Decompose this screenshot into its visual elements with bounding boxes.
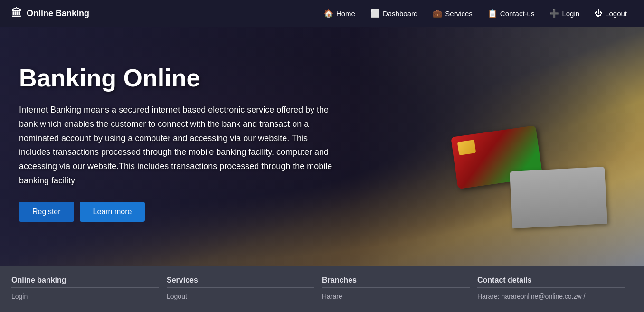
footer-col-title-0: Online banking: [11, 276, 159, 288]
footer-col-title-1: Services: [167, 276, 314, 288]
nav-label-dashboard: Dashboard: [383, 9, 417, 18]
footer-col-0: Online bankingLogin: [11, 276, 167, 308]
nav-label-contact: Contact-us: [500, 9, 535, 18]
nav-label-login: Login: [562, 9, 579, 18]
nav-item-dashboard[interactable]: ⬜Dashboard: [365, 6, 423, 21]
footer-col-3: Contact detailsHarare: harareonline@onli…: [477, 276, 633, 308]
nav-label-logout: Logout: [605, 9, 627, 18]
footer-col-1: ServicesLogout: [167, 276, 322, 308]
hero-title: Banking Online: [19, 65, 332, 92]
hero-buttons: Register Learn more: [19, 202, 332, 222]
nav-item-contact[interactable]: 📋Contact-us: [482, 6, 540, 21]
laptop-decoration: [510, 167, 607, 228]
footer: Online bankingLoginServicesLogoutBranche…: [0, 266, 644, 312]
navbar-nav: 🏠Home⬜Dashboard💼Services📋Contact-us➕Logi…: [318, 6, 633, 21]
footer-col-item-2-0[interactable]: Harare: [322, 293, 470, 300]
logout-icon: ⏻: [595, 9, 602, 18]
navbar-brand[interactable]: 🏛 Online Banking: [11, 7, 89, 19]
footer-col-item-1-0[interactable]: Logout: [167, 293, 314, 300]
footer-grid: Online bankingLoginServicesLogoutBranche…: [0, 276, 644, 308]
hero-content: Banking Online Internet Banking means a …: [9, 55, 342, 231]
hero-section: Banking Online Internet Banking means a …: [0, 27, 644, 266]
brand-name: Online Banking: [27, 9, 89, 19]
hero-description: Internet Banking means a secured interne…: [19, 103, 332, 188]
bank-icon: 🏛: [11, 7, 22, 19]
home-icon: 🏠: [324, 9, 333, 18]
navbar: 🏛 Online Banking 🏠Home⬜Dashboard💼Service…: [0, 0, 644, 27]
register-button[interactable]: Register: [19, 202, 74, 222]
footer-col-title-2: Branches: [322, 276, 470, 288]
nav-item-login[interactable]: ➕Login: [544, 6, 585, 21]
nav-item-services[interactable]: 💼Services: [427, 6, 478, 21]
footer-col-title-3: Contact details: [477, 276, 625, 288]
learn-more-button[interactable]: Learn more: [80, 202, 145, 222]
services-icon: 💼: [433, 9, 442, 18]
footer-col-item-3-0[interactable]: Harare: harareonline@online.co.zw /: [477, 293, 625, 300]
footer-col-item-0-0[interactable]: Login: [11, 293, 159, 300]
nav-item-home[interactable]: 🏠Home: [318, 6, 361, 21]
nav-label-services: Services: [445, 9, 473, 18]
footer-col-2: BranchesHarare: [322, 276, 477, 308]
nav-label-home: Home: [336, 9, 355, 18]
login-icon: ➕: [549, 9, 559, 18]
contact-icon: 📋: [488, 9, 497, 18]
nav-item-logout[interactable]: ⏻Logout: [589, 6, 633, 20]
dashboard-icon: ⬜: [370, 9, 380, 18]
